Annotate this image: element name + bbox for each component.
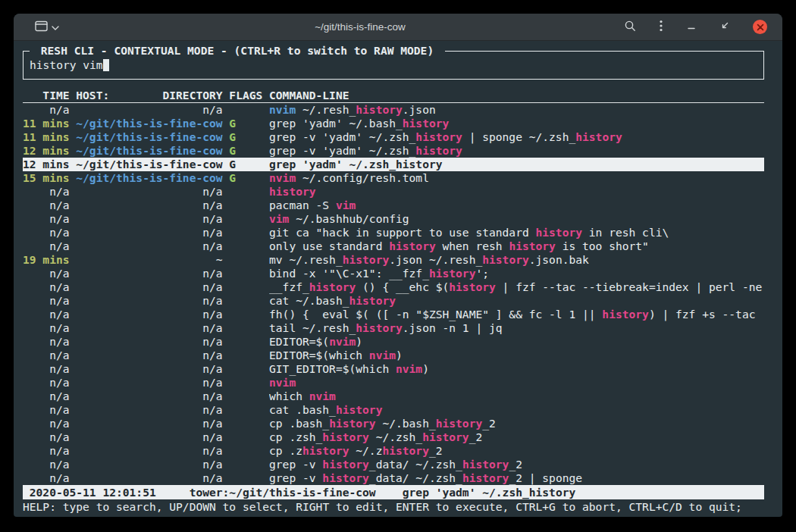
help-line: HELP: type to search, UP/DOWN to select,…: [23, 500, 764, 514]
history-row[interactable]: n/an/afh() { eval $( ([ -n "$ZSH_NAME" ]…: [23, 308, 764, 321]
header-command: COMMAND-LINE: [269, 89, 764, 102]
history-row[interactable]: n/an/ahistory: [23, 185, 764, 199]
minimize-button[interactable]: [685, 19, 698, 35]
header-time: TIME: [23, 89, 70, 102]
restore-button[interactable]: [718, 19, 732, 35]
search-query-text: history vim: [30, 58, 103, 71]
history-row[interactable]: n/an/aonly use standard history when res…: [23, 239, 764, 253]
header-host-directory: HOST: DIRECTORY: [76, 89, 222, 102]
restore-icon: [719, 20, 730, 33]
history-row[interactable]: n/an/anvim: [23, 376, 764, 390]
table-header: TIME HOST: DIRECTORY FLAGS COMMAND-LINE: [23, 89, 764, 103]
history-row[interactable]: n/an/acat ~/.bash_history: [23, 294, 764, 308]
history-row[interactable]: n/an/abind -x '"\C-x1": __fzf_history';: [23, 267, 764, 280]
history-row[interactable]: n/an/a__fzf_history () { __ehc $(history…: [23, 280, 764, 294]
history-row[interactable]: n/an/agrep -v history_data/ ~/.zsh_histo…: [23, 471, 764, 485]
history-row[interactable]: n/an/avim ~/.bashhub/config: [23, 212, 764, 226]
titlebar: ~/git/this-is-fine-cow: [14, 14, 782, 41]
status-bar: 2020-05-11 12:01:51 tower:~/git/this-is-…: [23, 485, 764, 499]
caret-down-icon: [52, 21, 59, 33]
history-row[interactable]: n/an/acp .bash_history ~/.bash_history_2: [23, 417, 764, 430]
history-row[interactable]: 12 mins~/git/this-is-fine-cowGgrep 'yadm…: [23, 158, 764, 171]
history-row[interactable]: n/an/atail ~/.resh_history.json -n 1 | j…: [23, 321, 764, 335]
terminal-window: ~/git/this-is-fine-cow: [14, 14, 782, 517]
menu-kebab-icon: [659, 20, 663, 34]
history-row[interactable]: 19 mins~mv ~/.resh_history.json ~/.resh_…: [23, 253, 764, 267]
search-button[interactable]: [622, 18, 638, 36]
history-rows: n/an/anvim ~/.resh_history.json11 mins~/…: [23, 103, 764, 485]
status-host-path: tower:~/git/this-is-fine-cow: [190, 486, 376, 499]
header-flags: FLAGS: [229, 89, 262, 102]
history-row[interactable]: n/an/aEDITOR=$(nvim): [23, 335, 764, 349]
history-row[interactable]: 11 mins~/git/this-is-fine-cowGgrep 'yadm…: [23, 117, 764, 130]
header-host-label: HOST:: [76, 89, 109, 102]
history-row[interactable]: n/an/acp .zsh_history ~/.zsh_history_2: [23, 430, 764, 444]
history-row[interactable]: n/an/aEDITOR=$(which nvim): [23, 349, 764, 362]
status-timestamp: 2020-05-11 12:01:51: [30, 486, 156, 499]
window-title: ~/git/this-is-fine-cow: [105, 21, 616, 33]
history-row[interactable]: n/an/apacman -S vim: [23, 199, 764, 212]
search-input[interactable]: history vim: [30, 58, 757, 72]
text-cursor: [103, 59, 110, 71]
search-icon: [624, 20, 636, 34]
history-row[interactable]: n/an/aGIT_EDITOR=$(which nvim): [23, 362, 764, 376]
history-row[interactable]: 15 mins~/git/this-is-fine-cowGnvim ~/.co…: [23, 171, 764, 185]
history-row[interactable]: n/an/awhich nvim: [23, 390, 764, 403]
history-row[interactable]: n/an/anvim ~/.resh_history.json: [23, 103, 764, 117]
minimize-icon: [686, 20, 697, 33]
new-tab-icon: [35, 20, 48, 34]
new-tab-button[interactable]: [33, 19, 61, 36]
history-row[interactable]: n/an/agit ca "hack in support to use sta…: [23, 226, 764, 239]
menu-button[interactable]: [657, 18, 665, 36]
header-directory-label: DIRECTORY: [162, 89, 222, 102]
close-icon: [753, 20, 767, 34]
history-row[interactable]: n/an/acp .zhistory ~/.zhistory_2: [23, 444, 764, 458]
search-panel: RESH CLI - CONTEXTUAL MODE - (CTRL+R to …: [23, 51, 764, 80]
history-row[interactable]: n/an/acat .bash_history: [23, 403, 764, 417]
terminal-content: RESH CLI - CONTEXTUAL MODE - (CTRL+R to …: [14, 41, 782, 516]
close-button[interactable]: [751, 18, 769, 36]
status-command: grep 'yadm' ~/.zsh_history: [403, 486, 575, 499]
history-row[interactable]: 11 mins~/git/this-is-fine-cowGgrep -v 'y…: [23, 130, 764, 144]
history-row[interactable]: n/an/agrep -v history_data/ ~/.zsh_histo…: [23, 458, 764, 471]
search-panel-title: RESH CLI - CONTEXTUAL MODE - (CTRL+R to …: [30, 44, 445, 58]
history-row[interactable]: 12 mins~/git/this-is-fine-cowGgrep -v 'y…: [23, 144, 764, 158]
